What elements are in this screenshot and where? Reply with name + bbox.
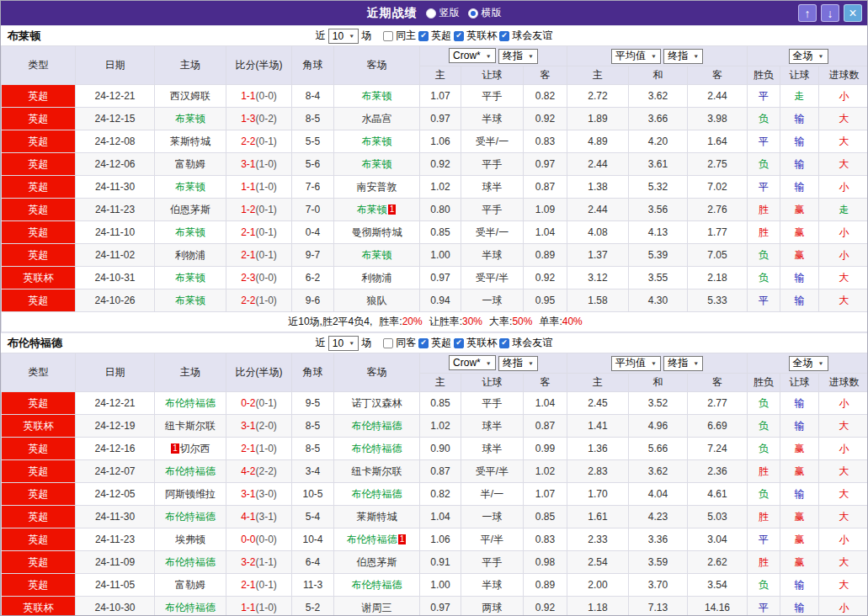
home-team: 布莱顿 xyxy=(155,289,226,312)
league-checkbox-2[interactable]: ✔ xyxy=(499,338,509,348)
odds-stage-select[interactable]: 终指▼ xyxy=(498,49,538,64)
match-row: 英联杯24-12-19纽卡斯尔联3-1(2-0)8-5布伦特福德1.02球半0.… xyxy=(2,415,868,438)
column-header: 主场 xyxy=(155,46,226,85)
league-checkbox-0[interactable]: ✔ xyxy=(418,338,429,348)
handicap-result: 输 xyxy=(780,130,819,153)
team-name: 曼彻斯特城 xyxy=(352,226,402,238)
average-stage-select[interactable]: 终指▼ xyxy=(663,356,703,371)
same-venue-checkbox[interactable] xyxy=(383,31,393,41)
team-name: 伯恩茅斯 xyxy=(357,556,397,568)
team-name: 布莱顿 xyxy=(175,181,205,193)
wdl-result: 负 xyxy=(748,267,780,289)
sub-column-header: 主 xyxy=(567,66,629,85)
average-odds-value: 2.36 xyxy=(688,460,748,483)
sub-column-header: 胜负 xyxy=(748,66,780,85)
odds-value: 0.85 xyxy=(420,392,461,415)
average-odds-value: 4.96 xyxy=(629,415,688,438)
away-team: 布莱顿 xyxy=(334,244,420,267)
home-team: 布伦特福德 xyxy=(155,460,226,483)
average-odds-value: 5.32 xyxy=(629,176,688,199)
away-team: 南安普敦 xyxy=(334,176,420,199)
sub-column-header: 客 xyxy=(688,66,748,85)
average-select[interactable]: 平均值▼ xyxy=(611,356,661,371)
fulltime-score: 2-2 xyxy=(241,135,255,147)
move-down-button[interactable]: ↓ xyxy=(821,4,839,22)
bookmaker-select[interactable]: Crow*▼ xyxy=(449,355,496,370)
column-header: 角球 xyxy=(292,353,334,392)
average-odds-value: 2.62 xyxy=(688,551,748,574)
team-name: 布莱顿 xyxy=(175,226,205,238)
match-row: 英超24-12-161切尔西2-1(1-0)8-5布伦特福德0.90球半0.99… xyxy=(2,438,868,460)
league-checkbox-2[interactable]: ✔ xyxy=(499,31,509,41)
home-team: 布莱顿 xyxy=(155,221,226,244)
match-date: 24-12-07 xyxy=(76,460,155,483)
summary-stat-value: 40% xyxy=(562,316,583,327)
dropdown-caret-icon: ▼ xyxy=(651,360,657,365)
score: 2-1(0-1) xyxy=(226,221,292,244)
odds-value: 1.09 xyxy=(524,199,567,221)
league-checkbox-0[interactable]: ✔ xyxy=(418,31,429,41)
away-team: 布莱顿 xyxy=(334,85,420,108)
average-odds-value: 3.52 xyxy=(629,392,688,415)
team-name: 布伦特福德 xyxy=(165,602,216,613)
score: 1-2(0-1) xyxy=(226,199,292,221)
score: 3-2(1-1) xyxy=(226,551,292,574)
recent-results-window: 近期战绩 竖版 横版 ↑ ↓ × 布莱顿近10▼场同主✔英超✔英联杯✔球会友谊类… xyxy=(0,0,868,616)
same-venue-checkbox[interactable] xyxy=(383,338,393,348)
fulltime-scope-select[interactable]: 全场▼ xyxy=(789,49,828,64)
match-date: 24-12-15 xyxy=(76,108,155,130)
odds-stage-select[interactable]: 终指▼ xyxy=(498,356,538,371)
section-filter-bar: 布伦特福德近10▼场同客✔英超✔英联杯✔球会友谊 xyxy=(1,332,867,353)
average-odds-value: 2.83 xyxy=(567,460,629,483)
match-type: 英超 xyxy=(2,528,76,551)
match-type: 英联杯 xyxy=(2,597,76,616)
halftime-score: (0-1) xyxy=(256,397,277,409)
match-date: 24-12-08 xyxy=(76,130,155,153)
vertical-layout-option[interactable]: 竖版 xyxy=(426,6,460,20)
score: 1-1(1-0) xyxy=(226,176,292,199)
corner-score: 5-4 xyxy=(292,506,334,528)
average-odds-value: 1.58 xyxy=(567,289,629,312)
horizontal-layout-option[interactable]: 横版 xyxy=(468,6,502,20)
average-odds-value: 4.30 xyxy=(629,289,688,312)
away-team: 诺丁汉森林 xyxy=(334,392,420,415)
bookmaker-select[interactable]: Crow*▼ xyxy=(449,48,496,63)
league-checkbox-1[interactable]: ✔ xyxy=(454,31,464,41)
result-group-header: 全场▼ xyxy=(748,46,868,66)
team-name: 布莱顿 xyxy=(175,295,205,306)
average-select[interactable]: 平均值▼ xyxy=(611,49,661,64)
goals-result: 大 xyxy=(819,551,868,574)
fulltime-score: 2-1 xyxy=(241,226,255,238)
wdl-result: 平 xyxy=(748,130,780,153)
league-label: 球会友谊 xyxy=(512,336,552,350)
match-type: 英超 xyxy=(2,460,76,483)
league-checkbox-1[interactable]: ✔ xyxy=(454,338,464,348)
goals-result: 大 xyxy=(819,267,868,289)
odds-value: 1.06 xyxy=(420,130,461,153)
vertical-radio[interactable] xyxy=(426,8,436,19)
dropdown-caret-icon: ▼ xyxy=(651,53,657,58)
summary-stat-label: 胜率: xyxy=(379,316,402,327)
horizontal-radio[interactable] xyxy=(468,8,478,19)
home-team: 伯恩茅斯 xyxy=(155,199,226,221)
team-name: 纽卡斯尔联 xyxy=(165,420,216,432)
average-odds-value: 3.55 xyxy=(629,267,688,289)
fulltime-scope-select[interactable]: 全场▼ xyxy=(789,356,828,371)
corner-score: 11-3 xyxy=(292,574,334,597)
move-up-button[interactable]: ↑ xyxy=(798,4,817,22)
average-odds-value: 3.62 xyxy=(629,460,688,483)
close-button[interactable]: × xyxy=(844,4,862,22)
average-stage-select[interactable]: 终指▼ xyxy=(663,49,703,64)
odds-value: 平/半 xyxy=(461,528,524,551)
away-team: 布莱顿 xyxy=(334,153,420,176)
odds-value: 半球 xyxy=(461,108,524,130)
home-team: 1切尔西 xyxy=(155,438,226,460)
sub-column-header: 主 xyxy=(567,374,629,392)
match-type: 英超 xyxy=(2,199,76,221)
team-name: 布莱顿 xyxy=(357,204,387,215)
recent-count-select[interactable]: 10▼ xyxy=(328,29,359,44)
dropdown-caret-icon: ▼ xyxy=(818,360,824,365)
recent-count-select[interactable]: 10▼ xyxy=(328,336,359,351)
fulltime-score: 2-1 xyxy=(241,579,255,591)
handicap-result: 走 xyxy=(780,85,819,108)
